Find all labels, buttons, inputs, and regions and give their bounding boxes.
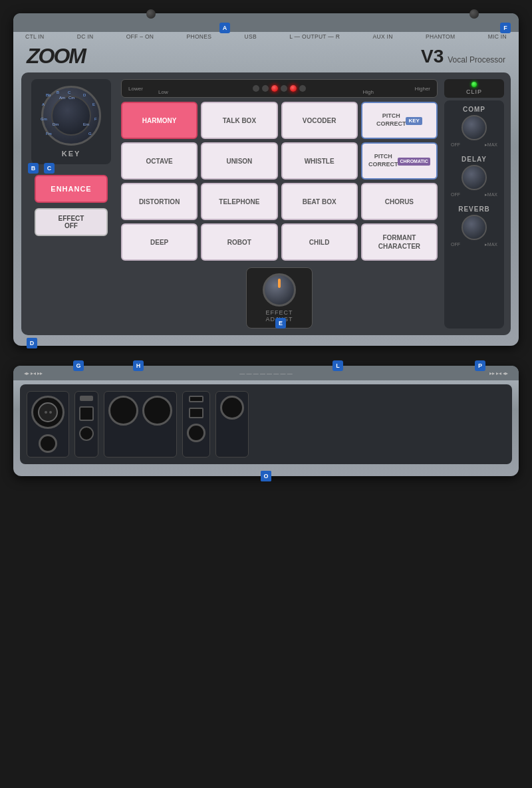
effect-btn-pitch-correct-key[interactable]: PITCHCORRECT KEY xyxy=(361,102,438,139)
delay-range: OFF ▸MAX xyxy=(451,192,497,197)
effect-btn-formant-character[interactable]: FORMANTCHARACTER xyxy=(361,223,438,261)
effect-btn-child[interactable]: CHILD xyxy=(281,223,358,261)
effect-btn-vocoder[interactable]: VOCODER xyxy=(281,102,358,139)
reverb-knob[interactable] xyxy=(462,215,487,240)
label-output: L — OUTPUT — R xyxy=(289,33,340,40)
small-port[interactable] xyxy=(79,406,94,421)
top-bar xyxy=(13,13,519,32)
key-dial[interactable]: C D E F G B Bb A Gm Fm Cm Am Em Dm xyxy=(41,86,101,146)
bottom-bar-right: ▸▸ ▸◂ ◂▸ xyxy=(489,370,508,376)
network-port[interactable] xyxy=(189,408,203,418)
brand-row: ZOOM V3 Vocal Processor xyxy=(13,41,519,72)
effect-btn-telephone[interactable]: TELEPHONE xyxy=(201,183,277,220)
bottom-annotations-top: B C E D xyxy=(13,335,519,338)
effect-btn-whistle[interactable]: WHISTLE xyxy=(281,142,358,180)
bottom-bar-center: — — — — — — — — xyxy=(239,370,293,376)
comp-max: ▸MAX xyxy=(485,142,497,148)
xlr-out-port[interactable] xyxy=(220,396,244,420)
right-section: CLIP COMP OFF ▸MAX DELAY OFF ▸MAX xyxy=(444,79,504,328)
delay-knob[interactable] xyxy=(462,165,487,190)
brand-subtitle: Vocal Processor xyxy=(448,55,505,65)
note-gm: Gm xyxy=(41,117,47,121)
reverb-label: REVERB xyxy=(458,205,490,213)
brand-zoom: ZOOM xyxy=(27,44,85,68)
led-dot-3 xyxy=(271,85,278,92)
note-b: B xyxy=(57,90,59,94)
key-label: KEY xyxy=(62,150,81,158)
key-dial-area: C D E F G B Bb A Gm Fm Cm Am Em Dm KEY xyxy=(31,79,111,164)
trs-pair xyxy=(108,396,172,426)
effect-btn-unison[interactable]: UNISON xyxy=(201,142,277,180)
effect-btn-octave[interactable]: OCTAVE xyxy=(121,142,198,180)
bottom-bar: ◂▸ ▸◂ ▸▸ — — — — — — — — ▸▸ ▸◂ ◂▸ xyxy=(13,366,519,380)
effects-grid: HARMONY TALK BOX VOCODER PITCHCORRECT KE… xyxy=(121,102,438,261)
effect-btn-talk-box[interactable]: TALK BOX xyxy=(201,102,277,139)
annotation-o: O xyxy=(261,471,271,481)
small-controls-group xyxy=(74,391,98,458)
xlr-port[interactable] xyxy=(31,396,65,429)
enhance-button[interactable]: ENHANCE xyxy=(35,175,108,203)
xlr-inner xyxy=(38,402,58,422)
led-label-high: High xyxy=(363,89,374,95)
effect-off-button[interactable]: EFFECTOFF xyxy=(35,208,108,236)
annotation-f: F xyxy=(500,23,511,33)
left-section: C D E F G B Bb A Gm Fm Cm Am Em Dm KEY xyxy=(28,79,114,328)
annotation-a: A xyxy=(219,23,230,33)
brand-model: V3 xyxy=(421,46,444,67)
led-label-low: Low xyxy=(158,89,168,95)
xlr-in-group xyxy=(27,391,69,458)
top-knob-left[interactable] xyxy=(146,9,156,19)
led-dot-4 xyxy=(281,85,287,92)
small-round-port[interactable] xyxy=(79,426,94,441)
note-e: E xyxy=(92,102,95,106)
note-f: F xyxy=(94,117,97,121)
headphone-port[interactable] xyxy=(187,424,205,442)
effect-btn-deep[interactable]: DEEP xyxy=(121,223,198,261)
note-bb: Bb xyxy=(46,93,51,97)
effect-btn-distortion[interactable]: DISTORTION xyxy=(121,183,198,220)
label-aux-in: AUX IN xyxy=(373,33,393,40)
effect-btn-robot[interactable]: ROBOT xyxy=(201,223,277,261)
xlr-pin2 xyxy=(49,411,52,414)
effect-adjust-knob[interactable] xyxy=(263,273,296,307)
label-off-on: OFF – ON xyxy=(126,33,154,40)
delay-group: DELAY OFF ▸MAX xyxy=(448,156,500,197)
note-c: C xyxy=(68,90,70,94)
label-phantom: PHANTOM xyxy=(426,33,455,40)
note-d: D xyxy=(83,93,86,97)
effect-btn-pitch-correct-chromatic[interactable]: PITCHCORRECT CHROMATIC xyxy=(361,142,438,180)
effect-adjust-container: EFFECTADJUST E xyxy=(121,267,438,328)
led-meter-row: Lower Low High Higher xyxy=(121,79,438,98)
comp-group: COMP OFF ▸MAX xyxy=(448,106,500,148)
effect-btn-beat-box[interactable]: BEAT BOX xyxy=(281,183,358,220)
trs-port-left[interactable] xyxy=(108,396,138,426)
led-label-lower: Lower xyxy=(128,86,143,92)
bottom-annotations-row: I J K M N O xyxy=(13,468,519,471)
led-dot-2 xyxy=(262,85,269,92)
right-controls: COMP OFF ▸MAX DELAY OFF ▸MAX R xyxy=(444,100,504,328)
mini-usb-port[interactable] xyxy=(189,396,203,402)
annotation-h: H xyxy=(133,360,144,371)
top-unit: A F CTL IN DC IN OFF – ON PHONES USB L —… xyxy=(13,13,519,346)
note-am: Am xyxy=(59,96,65,100)
comp-knob[interactable] xyxy=(462,115,487,140)
top-knob-right[interactable] xyxy=(469,9,479,19)
clip-led xyxy=(471,82,477,87)
label-phones: PHONES xyxy=(187,33,212,40)
annotation-p: P xyxy=(475,360,485,371)
effect-btn-chorus[interactable]: CHORUS xyxy=(361,183,438,220)
effect-btn-harmony[interactable]: HARMONY xyxy=(121,102,198,139)
annotation-e: E xyxy=(275,318,286,328)
center-section: Lower Low High Higher HARMONY xyxy=(121,79,438,328)
clip-area: CLIP xyxy=(444,79,504,98)
back-panel xyxy=(20,384,512,464)
trs-port-right[interactable] xyxy=(142,396,172,426)
small-switch[interactable] xyxy=(80,396,93,401)
note-a: A xyxy=(42,102,45,106)
comp-range: OFF ▸MAX xyxy=(451,142,497,148)
quarter-in-port[interactable] xyxy=(39,434,57,453)
led-label-higher: Higher xyxy=(414,86,430,92)
comp-off: OFF xyxy=(451,142,460,148)
led-dot-1 xyxy=(253,85,259,92)
annotation-d-bot: D xyxy=(27,338,37,348)
